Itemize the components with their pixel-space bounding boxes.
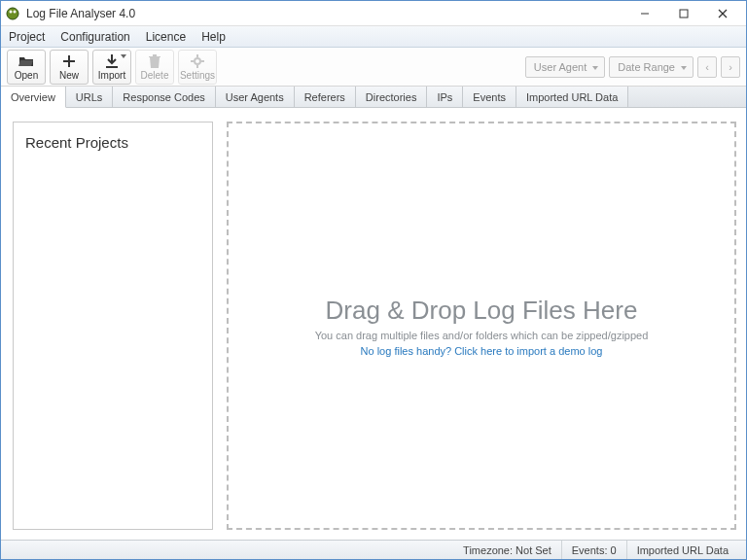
- tab-ips[interactable]: IPs: [427, 87, 463, 107]
- menu-project[interactable]: Project: [9, 30, 45, 44]
- tab-urls[interactable]: URLs: [66, 87, 114, 107]
- svg-rect-4: [680, 10, 688, 18]
- tab-response-codes[interactable]: Response Codes: [113, 87, 215, 107]
- recent-projects-heading: Recent Projects: [25, 134, 200, 151]
- next-button[interactable]: ›: [721, 56, 740, 78]
- menu-configuration[interactable]: Configuration: [60, 30, 129, 44]
- delete-button[interactable]: Delete: [135, 50, 174, 85]
- content-area: Recent Projects Drag & Drop Log Files He…: [1, 108, 746, 540]
- minimize-button[interactable]: [625, 1, 664, 26]
- toolbar: Open New Import Delete Settings User Age…: [1, 48, 746, 87]
- tab-referers-label: Referers: [304, 91, 345, 103]
- user-agent-dropdown[interactable]: User Agent: [525, 56, 605, 78]
- svg-point-1: [10, 10, 13, 13]
- window-controls: [625, 1, 742, 26]
- dropzone-subtitle: You can drag multiple files and/or folde…: [315, 330, 649, 341]
- folder-open-icon: [18, 53, 34, 69]
- menu-help[interactable]: Help: [201, 30, 226, 44]
- delete-label: Delete: [141, 70, 169, 81]
- tab-ips-label: IPs: [437, 91, 452, 103]
- tab-overview[interactable]: Overview: [1, 87, 66, 108]
- tab-user-agents[interactable]: User Agents: [216, 87, 295, 107]
- tab-overview-label: Overview: [11, 91, 55, 103]
- close-button[interactable]: [703, 1, 742, 26]
- tab-user-agents-label: User Agents: [226, 91, 284, 103]
- toolbar-right: User Agent Date Range ‹ ›: [525, 56, 740, 78]
- status-timezone: Timezone: Not Set: [453, 541, 561, 559]
- prev-button[interactable]: ‹: [697, 56, 717, 78]
- date-range-label: Date Range: [618, 61, 675, 73]
- titlebar: Log File Analyser 4.0: [1, 1, 746, 26]
- open-label: Open: [15, 70, 38, 81]
- plus-icon: [63, 53, 75, 69]
- dropzone-title: Drag & Drop Log Files Here: [326, 296, 638, 326]
- date-range-dropdown[interactable]: Date Range: [609, 56, 694, 78]
- new-label: New: [59, 70, 79, 81]
- settings-label: Settings: [180, 70, 215, 81]
- tab-events[interactable]: Events: [463, 87, 516, 107]
- user-agent-label: User Agent: [534, 61, 587, 73]
- tab-response-codes-label: Response Codes: [123, 91, 204, 103]
- chevron-down-icon: [121, 54, 126, 58]
- app-icon: [5, 6, 20, 21]
- settings-button[interactable]: Settings: [178, 50, 217, 85]
- maximize-button[interactable]: [664, 1, 703, 26]
- tab-directories[interactable]: Directories: [356, 87, 428, 107]
- gear-icon: [191, 53, 204, 69]
- tab-imported-url-data[interactable]: Imported URL Data: [516, 87, 628, 107]
- import-label: Import: [98, 70, 125, 81]
- import-icon: [105, 53, 119, 69]
- svg-point-2: [14, 10, 17, 13]
- new-button[interactable]: New: [50, 50, 89, 85]
- tab-directories-label: Directories: [366, 91, 417, 103]
- statusbar: Timezone: Not Set Events: 0 Imported URL…: [1, 540, 746, 559]
- tabstrip: Overview URLs Response Codes User Agents…: [1, 87, 746, 108]
- app-window: Log File Analyser 4.0 Project Configurat…: [0, 0, 747, 560]
- status-events: Events: 0: [561, 541, 626, 559]
- open-button[interactable]: Open: [7, 50, 46, 85]
- trash-icon: [149, 53, 160, 69]
- dropzone[interactable]: Drag & Drop Log Files Here You can drag …: [227, 122, 736, 530]
- svg-point-0: [7, 8, 18, 19]
- tab-urls-label: URLs: [76, 91, 103, 103]
- dropzone-demo-link[interactable]: No log files handy? Click here to import…: [361, 345, 603, 357]
- svg-point-7: [195, 58, 200, 64]
- tab-referers[interactable]: Referers: [295, 87, 356, 107]
- menu-licence[interactable]: Licence: [146, 30, 186, 44]
- menubar: Project Configuration Licence Help: [1, 26, 746, 48]
- status-imported: Imported URL Data: [626, 541, 738, 559]
- import-button[interactable]: Import: [92, 50, 131, 85]
- tab-events-label: Events: [473, 91, 506, 103]
- recent-projects-panel: Recent Projects: [13, 122, 213, 530]
- tab-imported-url-data-label: Imported URL Data: [526, 91, 618, 103]
- app-title: Log File Analyser 4.0: [26, 7, 135, 20]
